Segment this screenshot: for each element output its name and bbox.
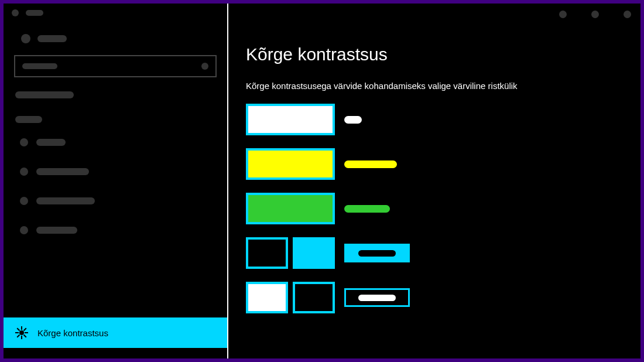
swatch-selected-text-pair bbox=[246, 237, 335, 269]
section-header-placeholder bbox=[4, 108, 227, 128]
page-subtitle: Kõrge kontrastsusega värvide kohandamise… bbox=[246, 81, 640, 104]
nav-label-placeholder bbox=[36, 139, 66, 146]
user-account-row[interactable] bbox=[4, 22, 227, 49]
window-controls bbox=[559, 11, 631, 18]
swatch-row-hyperlink bbox=[246, 148, 640, 180]
swatch-disabled-color[interactable] bbox=[246, 193, 335, 224]
swatch-button-fg[interactable] bbox=[246, 282, 288, 313]
swatch-label-disabled bbox=[344, 205, 390, 213]
nav-label-placeholder bbox=[36, 168, 89, 175]
nav-label-placeholder bbox=[36, 197, 95, 204]
swatch-row-text bbox=[246, 104, 640, 135]
nav-icon bbox=[20, 168, 28, 176]
window-title-area bbox=[4, 4, 227, 22]
nav-icon bbox=[20, 138, 28, 146]
selected-text-preview bbox=[344, 244, 410, 262]
nav-item-high-contrast[interactable]: Kõrge kontrastsus bbox=[4, 317, 227, 348]
nav-item-placeholder-3[interactable] bbox=[4, 186, 227, 216]
swatch-button-bg[interactable] bbox=[293, 282, 335, 313]
search-icon bbox=[201, 63, 208, 70]
swatch-row-disabled bbox=[246, 193, 640, 224]
preview-text-placeholder bbox=[358, 250, 396, 257]
nav-item-placeholder-1[interactable] bbox=[4, 128, 227, 157]
swatch-button-pair bbox=[246, 282, 335, 313]
nav-icon bbox=[20, 197, 28, 205]
swatch-label-hyperlink bbox=[344, 160, 397, 168]
swatch-row-selected-text bbox=[246, 237, 640, 269]
nav-label-high-contrast: Kõrge kontrastsus bbox=[37, 328, 108, 338]
nav-label-placeholder bbox=[36, 227, 77, 234]
window-title-placeholder bbox=[26, 10, 43, 16]
settings-sidebar: Kõrge kontrastsus bbox=[4, 4, 228, 358]
breadcrumb-placeholder bbox=[4, 83, 227, 108]
nav-item-placeholder-4[interactable] bbox=[4, 216, 227, 245]
user-name-placeholder bbox=[37, 35, 67, 42]
maximize-icon[interactable] bbox=[591, 11, 599, 18]
user-avatar-icon bbox=[21, 34, 30, 43]
swatch-hyperlink-color[interactable] bbox=[246, 148, 335, 180]
nav-item-placeholder-2[interactable] bbox=[4, 157, 227, 186]
nav-icon bbox=[20, 226, 28, 234]
preview-text-placeholder bbox=[358, 295, 396, 301]
app-window: Kõrge kontrastsus Kõrge kontrastsus Kõrg… bbox=[4, 4, 640, 358]
swatch-selected-text-bg[interactable] bbox=[293, 237, 335, 269]
close-icon[interactable] bbox=[624, 11, 631, 18]
swatch-row-button-text bbox=[246, 282, 640, 313]
swatch-text-color[interactable] bbox=[246, 104, 335, 135]
swatch-selected-text-fg[interactable] bbox=[246, 237, 288, 269]
minimize-icon[interactable] bbox=[559, 11, 567, 18]
button-preview bbox=[344, 288, 410, 307]
search-placeholder bbox=[22, 63, 57, 69]
brightness-icon bbox=[15, 326, 28, 339]
back-icon[interactable] bbox=[12, 9, 19, 16]
main-panel: Kõrge kontrastsus Kõrge kontrastsusega v… bbox=[228, 4, 640, 358]
search-input[interactable] bbox=[14, 55, 217, 77]
swatch-label-text bbox=[344, 116, 362, 124]
